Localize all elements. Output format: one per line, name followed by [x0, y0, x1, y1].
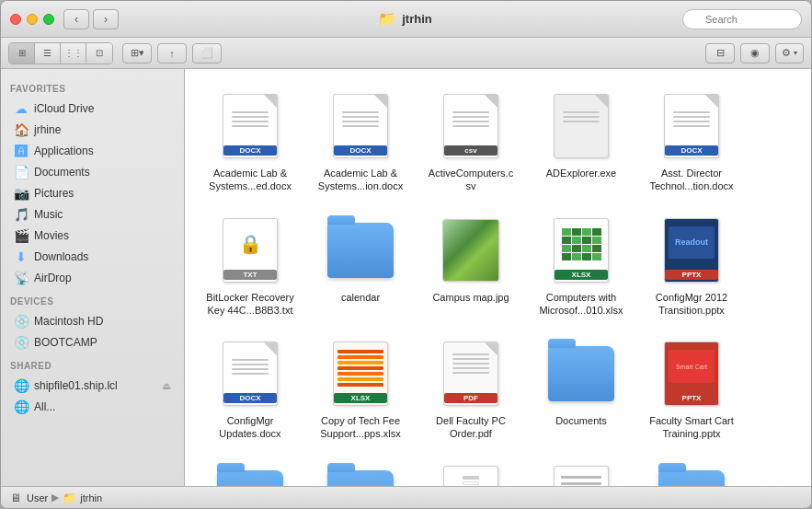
home-icon: 🏠 [14, 122, 29, 137]
file-icon-mac-screenshots-folder [327, 461, 394, 486]
sidebar-item-pictures[interactable]: 📷 Pictures [5, 183, 180, 203]
file-label-computers-xlsx: Computers with Microsof...010.xlsx [535, 291, 627, 318]
back-button[interactable]: ‹ [63, 9, 89, 29]
sidebar-item-applications[interactable]: 🅰 Applications [5, 141, 180, 161]
sidebar-item-all[interactable]: 🌐 All... [5, 397, 180, 417]
statusbar: 🖥 User ▶ 📁 jtrhin [1, 486, 811, 508]
file-icon-my-website-folder [658, 461, 725, 486]
file-item-calendar[interactable]: calendar [310, 208, 411, 323]
sidebar-label-bootcamp: BOOTCAMP [34, 336, 97, 349]
forward-button[interactable]: › [93, 9, 119, 29]
file-item-configmgr-pptx[interactable]: Readout PPTX ConfigMgr 2012 Transition.p… [641, 208, 742, 323]
sidebar-item-bootcamp[interactable]: 💿 BOOTCAMP [5, 332, 180, 353]
file-item-asst-director[interactable]: DOCX Asst. Director Technol...tion.docx [641, 84, 742, 199]
traffic-lights [10, 14, 54, 25]
sidebar-item-documents[interactable]: 📄 Documents [5, 162, 180, 182]
file-icon-zip: ZIP [438, 461, 504, 486]
file-label-calendar: calendar [341, 291, 380, 304]
file-item-academic-lab-ed[interactable]: DOCX Academic Lab & Systems...ed.docx [200, 84, 301, 199]
sidebar-item-airdrop[interactable]: 📡 AirDrop [5, 268, 180, 288]
file-item-tech-fee-xlsx[interactable]: XLSX Copy of Tech Fee Support...pps.xlsx [310, 331, 411, 446]
path-button[interactable]: ⊟ [705, 43, 735, 64]
file-item-mac-screenshots[interactable]: Mac Screenshots [310, 456, 411, 486]
sidebar-label-pictures: Pictures [34, 187, 74, 200]
title-area: 📁 jtrhin [128, 10, 682, 28]
file-label-academic-lab-ed: Academic Lab & Systems...ed.docx [204, 167, 296, 193]
eject-icon[interactable]: ⏏ [162, 380, 171, 392]
file-item-dell-pdf[interactable]: PDF Dell Faculty PC Order.pdf [420, 331, 521, 446]
file-icon-csv: csv [438, 89, 504, 163]
file-label-documents-folder: Documents [555, 414, 607, 427]
path-separator: ▶ [51, 492, 59, 503]
file-item-bitlocker[interactable]: 🔒 TXT BitLocker Recovery Key 44C...B8B3.… [200, 208, 301, 323]
sidebar-label-applications: Applications [34, 145, 94, 157]
sidebar-label-airdrop: AirDrop [34, 272, 72, 284]
sidebar-item-shipfile01[interactable]: 🌐 shipfile01.ship.lcl ⏏ [5, 376, 180, 396]
file-icon-configmgr-docx: DOCX [217, 337, 283, 411]
window-title: 📁 jtrhin [378, 10, 432, 28]
sidebar-item-jrhine[interactable]: 🏠 jrhine [5, 120, 180, 140]
sidebar: Favorites ☁ iCloud Drive 🏠 jrhine 🅰 Appl… [1, 69, 185, 486]
arrange-button[interactable]: ⊞▾ [122, 43, 152, 64]
search-input[interactable] [682, 9, 802, 29]
hd-icon: 💿 [14, 314, 29, 329]
file-item-activecomputers[interactable]: csv ActiveComputers.c sv [420, 84, 521, 199]
file-icon-documents-folder [548, 337, 614, 411]
minimize-button[interactable] [27, 14, 38, 25]
file-item-macscreenshots-zip[interactable]: ZIP Macscreenshots.zi p [420, 456, 521, 486]
favorites-header: Favorites [1, 76, 184, 98]
close-button[interactable] [10, 14, 21, 25]
shared-header: Shared [1, 353, 184, 375]
sidebar-label-all: All... [34, 400, 55, 413]
file-label-asst-director: Asst. Director Technol...tion.docx [646, 167, 738, 193]
view-toolbar: ⊞ ☰ ⋮⋮ ⊡ ⊞▾ ↑ ⬜ ⊟ ◉ ⚙ ▾ [1, 38, 811, 69]
file-item-campus-map[interactable]: Campus map.jpg [420, 208, 521, 323]
sidebar-item-music[interactable]: 🎵 Music [5, 204, 180, 225]
gear-button[interactable]: ⚙ ▾ [775, 43, 804, 64]
file-item-my-website[interactable]: My Website [641, 456, 742, 486]
file-icon-dell-pdf: PDF [438, 337, 504, 411]
sidebar-label-movies: Movies [34, 229, 69, 242]
list-view-button[interactable]: ☰ [35, 43, 61, 64]
file-item-faculty-pptx[interactable]: Smart Cart PPTX Faculty Smart Cart Train… [641, 331, 742, 446]
column-view-button[interactable]: ⋮⋮ [61, 43, 86, 64]
eye-button[interactable]: ◉ [740, 43, 770, 64]
share-button[interactable]: ↑ [157, 43, 187, 64]
toolbar-right: 🔍 [682, 9, 802, 29]
sidebar-label-jrhine: jrhine [34, 123, 61, 136]
file-item-computers-xlsx[interactable]: XLSX Computers with Microsof...010.xlsx [531, 208, 632, 323]
file-item-memberlist[interactable]: TXT memberlist.txt [531, 456, 632, 486]
sidebar-item-downloads[interactable]: ⬇ Downloads [5, 247, 180, 267]
file-item-configmgr-docx[interactable]: DOCX ConfigMgr Updates.docx [200, 331, 301, 446]
documents-icon: 📄 [14, 165, 29, 179]
file-item-html-from-defiant[interactable]: html_from_defiant [200, 456, 301, 486]
file-icon-exe [548, 89, 614, 163]
file-icon-docx3: DOCX [658, 89, 725, 163]
file-label-bitlocker: BitLocker Recovery Key 44C...B8B3.txt [204, 291, 296, 318]
icloud-icon: ☁ [14, 101, 29, 116]
downloads-icon: ⬇ [14, 249, 29, 264]
sidebar-item-macintosh-hd[interactable]: 💿 Macintosh HD [5, 311, 180, 331]
cover-flow-button[interactable]: ⊡ [86, 43, 112, 64]
main-area: Favorites ☁ iCloud Drive 🏠 jrhine 🅰 Appl… [1, 69, 811, 486]
icon-view-button[interactable]: ⊞ [9, 43, 35, 64]
maximize-button[interactable] [43, 14, 54, 25]
finder-window: ‹ › 📁 jtrhin 🔍 ⊞ ☰ ⋮⋮ ⊡ ⊞▾ ↑ ⬜ ⊟ ◉ [0, 0, 812, 509]
file-label-activecomputers: ActiveComputers.c sv [425, 167, 517, 193]
sidebar-item-movies[interactable]: 🎬 Movies [5, 226, 180, 246]
file-item-academic-lab-ion[interactable]: DOCX Academic Lab & Systems...ion.docx [310, 84, 411, 199]
pictures-icon: 📷 [14, 186, 29, 201]
file-item-documents-folder[interactable]: Documents [531, 331, 632, 446]
nav-buttons: ‹ › [63, 9, 119, 29]
file-grid: DOCX Academic Lab & Systems...ed.docx DO… [185, 69, 811, 486]
gear-chevron: ▾ [794, 49, 797, 57]
path-jtrhin: jtrhin [80, 492, 102, 503]
file-icon-tech-fee-xlsx: XLSX [327, 337, 394, 411]
file-item-adexplorer[interactable]: ADExplorer.exe [531, 84, 632, 199]
action-button2[interactable]: ⬜ [192, 43, 222, 64]
sidebar-item-icloud-drive[interactable]: ☁ iCloud Drive [5, 98, 180, 119]
file-icon-docx2: DOCX [327, 89, 394, 163]
file-label-adexplorer: ADExplorer.exe [546, 167, 616, 179]
sidebar-label-icloud: iCloud Drive [34, 102, 94, 115]
path-breadcrumb: User ▶ 📁 jtrhin [27, 492, 102, 504]
